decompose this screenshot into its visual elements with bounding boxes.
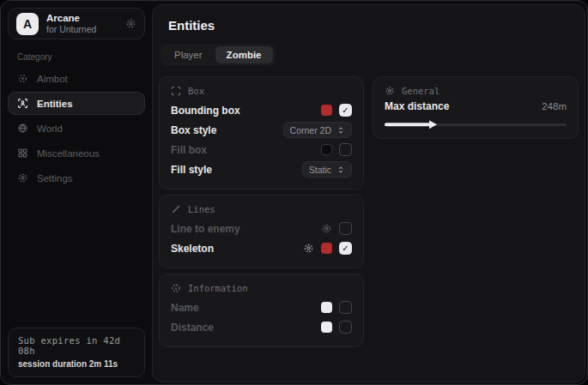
sidebar-item-miscellaneous[interactable]: Miscellaneous <box>8 141 145 165</box>
sidebar-item-label: Miscellaneous <box>37 148 100 159</box>
main-panel: Entities Player Zombie Box <box>152 4 585 382</box>
setting-label: Distance <box>171 322 214 334</box>
bounding-box-checkbox[interactable]: ✓ <box>339 104 352 117</box>
max-distance-value: 248m <box>542 101 567 111</box>
setting-label: Bounding box <box>171 105 240 117</box>
crosshair-icon <box>17 73 28 84</box>
info-icon <box>171 283 181 293</box>
setting-row-distance: Distance ✓ <box>171 317 352 337</box>
setting-label: Skeleton <box>171 243 214 255</box>
entity-tabs: Player Zombie <box>161 44 276 66</box>
setting-row-name: Name ✓ <box>171 298 352 317</box>
setting-row-bounding-box: Bounding box ✓ <box>171 100 352 120</box>
color-swatch[interactable] <box>321 322 332 333</box>
sidebar-item-world[interactable]: World <box>8 117 145 140</box>
gear-icon[interactable] <box>125 18 136 29</box>
setting-row-skeleton: Skeleton ✓ <box>171 238 352 258</box>
general-card-title: General <box>402 86 439 96</box>
session-duration-text: session duration 2m 11s <box>18 359 135 369</box>
sidebar-item-label: Entities <box>37 99 73 109</box>
sidebar-item-aimbot[interactable]: Aimbot <box>8 67 145 90</box>
slider-thumb[interactable] <box>429 120 437 129</box>
app-window: A Arcane for Unturned Category Aimbot <box>0 0 588 385</box>
subscription-card: Sub expires in 42d 08h session duration … <box>8 328 145 377</box>
app-logo: A <box>16 13 39 35</box>
box-style-value: Corner 2D <box>290 125 331 135</box>
setting-label: Box style <box>171 124 216 136</box>
distance-checkbox[interactable]: ✓ <box>339 321 352 334</box>
name-checkbox[interactable]: ✓ <box>339 301 352 314</box>
gear-icon <box>385 86 395 96</box>
page-title: Entities <box>168 18 585 33</box>
chevron-up-down-icon <box>336 165 345 174</box>
setting-label: Name <box>171 302 199 314</box>
line-to-enemy-checkbox[interactable]: ✓ <box>339 222 352 235</box>
gear-icon <box>17 172 28 183</box>
slider-fill <box>385 123 430 126</box>
color-swatch[interactable] <box>321 105 332 116</box>
box-corners-icon <box>171 86 181 96</box>
setting-row-fill-box: Fill box ✓ <box>171 140 352 159</box>
sidebar-item-entities[interactable]: Entities <box>8 92 145 115</box>
sub-expiry-text: Sub expires in 42d 08h <box>18 335 135 356</box>
tab-zombie[interactable]: Zombie <box>215 46 273 63</box>
app-name: Arcane <box>46 12 96 24</box>
setting-label: Fill style <box>171 164 212 176</box>
setting-row-box-style: Box style Corner 2D <box>171 120 352 140</box>
setting-row-fill-style: Fill style Static <box>171 159 352 179</box>
setting-label: Fill box <box>171 144 207 156</box>
information-card-title: Information <box>188 283 248 293</box>
chevron-up-down-icon <box>336 126 345 135</box>
gear-icon[interactable] <box>321 223 332 234</box>
box-card-title: Box <box>188 86 204 96</box>
lines-card-title: Lines <box>188 204 215 214</box>
box-card: Box Bounding box ✓ Box style Co <box>159 76 364 189</box>
fill-style-value: Static <box>309 165 331 175</box>
brand-card: A Arcane for Unturned <box>8 8 145 39</box>
skeleton-checkbox[interactable]: ✓ <box>339 242 352 255</box>
general-card: General Max distance 248m <box>373 76 579 139</box>
pencil-line-icon <box>171 204 181 214</box>
sidebar: A Arcane for Unturned Category Aimbot <box>1 1 152 384</box>
color-swatch[interactable] <box>321 302 332 313</box>
lines-card: Lines Line to enemy ✓ <box>159 195 364 268</box>
category-label: Category <box>17 52 145 62</box>
settings-content: Box Bounding box ✓ Box style Co <box>159 76 585 347</box>
gear-icon[interactable] <box>303 243 314 254</box>
lines-card-header: Lines <box>171 204 352 214</box>
max-distance-slider[interactable] <box>385 120 567 129</box>
sidebar-item-settings[interactable]: Settings <box>8 166 145 189</box>
color-swatch[interactable] <box>321 144 332 155</box>
app-subtitle: for Unturned <box>46 24 96 35</box>
right-column: General Max distance 248m <box>373 76 579 139</box>
fill-box-checkbox[interactable]: ✓ <box>339 143 352 156</box>
max-distance-label: Max distance <box>385 100 449 112</box>
sidebar-item-label: Settings <box>37 173 73 183</box>
left-column: Box Bounding box ✓ Box style Co <box>159 76 364 347</box>
box-style-select[interactable]: Corner 2D <box>283 122 352 138</box>
globe-icon <box>17 123 28 134</box>
setting-label: Line to enemy <box>171 223 240 235</box>
brand-text: Arcane for Unturned <box>46 12 96 36</box>
general-card-header: General <box>385 86 567 96</box>
sidebar-item-label: World <box>37 123 63 134</box>
grid-icon <box>17 147 28 159</box>
tab-player[interactable]: Player <box>163 46 214 63</box>
box-card-header: Box <box>171 86 352 96</box>
setting-row-line-to-enemy: Line to enemy ✓ <box>171 219 352 238</box>
information-card: Information Name ✓ Distance ✓ <box>159 274 364 347</box>
information-card-header: Information <box>171 283 352 293</box>
max-distance-row: Max distance 248m <box>385 100 567 112</box>
color-swatch[interactable] <box>321 243 332 254</box>
fill-style-select[interactable]: Static <box>302 161 352 177</box>
entities-scan-icon <box>17 98 28 109</box>
sidebar-item-label: Aimbot <box>37 74 68 84</box>
